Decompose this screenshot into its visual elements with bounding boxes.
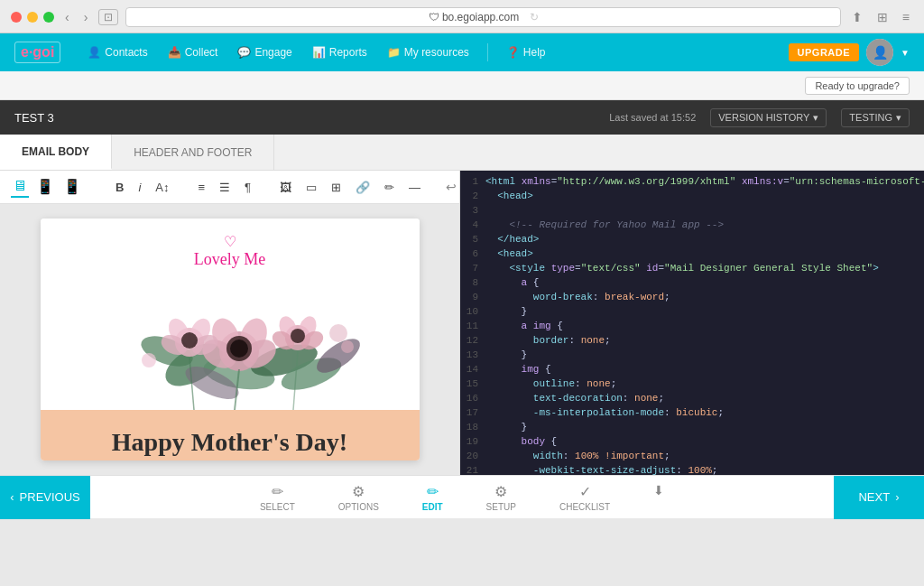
download-icon: ⬇: [653, 483, 664, 498]
next-button[interactable]: NEXT ›: [834, 476, 924, 519]
code-line: 16 text-decoration: none;: [460, 391, 924, 405]
divider-button[interactable]: —: [405, 179, 424, 196]
left-panel: 🖥 📱 📱 B i A↕ ≡ ☰ ¶ 🖼 ▭ ⊞ 🔗 ✏ — ↩ ↪ ⋮: [0, 171, 460, 475]
font-size-button[interactable]: A↕: [152, 179, 172, 196]
undo-button[interactable]: ↩: [446, 180, 457, 194]
my-resources-icon: 📁: [387, 46, 401, 59]
svg-point-26: [291, 329, 305, 343]
svg-point-14: [230, 340, 248, 358]
tablet-icon[interactable]: 📱: [34, 176, 56, 198]
testing-button[interactable]: TESTING ▾: [841, 108, 910, 127]
mothers-day-heading: Happy Mother's Day!: [62, 428, 398, 457]
minimize-button[interactable]: [27, 12, 38, 23]
code-line: 9 word-break: break-word;: [460, 290, 924, 304]
setup-icon: ⚙: [494, 483, 507, 500]
peach-content-section: Happy Mother's Day! Take 20% off everyth…: [41, 410, 420, 460]
bottom-toolbar: ‹ PREVIOUS ✏ SELECT ⚙ OPTIONS ✏ EDIT ⚙ S…: [0, 475, 924, 518]
tab-email-body[interactable]: EMAIL BODY: [0, 135, 112, 170]
nav-item-my-resources[interactable]: 📁 My resources: [378, 42, 478, 62]
bottom-tools: ✏ SELECT ⚙ OPTIONS ✏ EDIT ⚙ SETUP ✓ CHEC…: [90, 478, 834, 517]
code-line: 20 width: 100% !important;: [460, 449, 924, 463]
nav-item-help[interactable]: ❓ Help: [497, 42, 555, 62]
prev-chevron-icon: ‹: [10, 490, 14, 504]
checklist-icon: ✓: [579, 483, 591, 500]
floral-svg: [59, 284, 402, 410]
refresh-icon[interactable]: ↻: [530, 11, 539, 23]
maximize-button[interactable]: [43, 12, 54, 23]
italic-button[interactable]: i: [134, 179, 144, 196]
table-button[interactable]: ⊞: [328, 179, 345, 196]
edit-tool-button[interactable]: ✏ EDIT: [401, 478, 465, 517]
ready-to-upgrade-button[interactable]: Ready to upgrade?: [805, 77, 910, 95]
code-line: 2 <head>: [460, 189, 924, 203]
testing-label: TESTING: [849, 112, 892, 123]
svg-point-28: [341, 340, 354, 353]
image-button[interactable]: 🖼: [276, 179, 295, 196]
desktop-icon[interactable]: 🖥: [11, 176, 29, 198]
browser-menu-button[interactable]: ≡: [899, 10, 913, 24]
download-tool-button[interactable]: ⬇: [632, 478, 686, 517]
back-button[interactable]: ‹: [61, 10, 73, 24]
nav-item-engage[interactable]: 💬 Engage: [228, 42, 300, 62]
code-line: 12 border: none;: [460, 333, 924, 348]
paragraph-button[interactable]: ¶: [241, 179, 254, 196]
select-tool-button[interactable]: ✏ SELECT: [238, 478, 317, 517]
align-center-button[interactable]: ☰: [216, 179, 234, 196]
code-line: 3: [460, 203, 924, 218]
code-line: 7 <style type="text/css" id="Mail Design…: [460, 261, 924, 275]
window-button[interactable]: ⊡: [98, 9, 118, 25]
link-button[interactable]: 🔗: [352, 179, 374, 196]
select-icon: ✏: [272, 483, 283, 500]
close-button[interactable]: [11, 12, 22, 23]
help-icon: ❓: [506, 46, 520, 59]
user-dropdown-icon[interactable]: ▼: [901, 48, 910, 58]
tab-button[interactable]: ⊞: [873, 10, 892, 24]
code-line: 5 </head>: [460, 232, 924, 246]
logo-text: e·goi: [21, 44, 54, 60]
upgrade-button[interactable]: UPGRADE: [789, 43, 860, 61]
video-button[interactable]: ▭: [302, 179, 320, 196]
share-button[interactable]: ⬆: [848, 10, 866, 24]
svg-point-20: [181, 332, 198, 349]
code-line: 11 a img {: [460, 319, 924, 333]
browser-chrome: ‹ › ⊡ 🛡 bo.egoiapp.com ↻ ⬆ ⊞ ≡: [0, 0, 924, 33]
code-line: 18 }: [460, 420, 924, 434]
options-tool-button[interactable]: ⚙ OPTIONS: [317, 478, 401, 517]
testing-chevron: ▾: [896, 112, 901, 124]
code-line: 14 img {: [460, 362, 924, 377]
version-history-button[interactable]: VERSION HISTORY ▾: [710, 108, 827, 127]
forward-button[interactable]: ›: [80, 10, 92, 24]
previous-button[interactable]: ‹ PREVIOUS: [0, 476, 90, 519]
checklist-tool-button[interactable]: ✓ CHECKLIST: [538, 478, 632, 517]
nav-separator: [487, 43, 488, 61]
tab-header-footer[interactable]: HEADER AND FOOTER: [112, 135, 274, 170]
code-line: 10 }: [460, 304, 924, 319]
address-bar[interactable]: 🛡 bo.egoiapp.com ↻: [125, 7, 840, 27]
app-logo[interactable]: e·goi: [14, 42, 60, 63]
device-icons: 🖥 📱 📱: [11, 176, 83, 198]
nav-item-contacts[interactable]: 👤 Contacts: [79, 42, 156, 62]
next-chevron-icon: ›: [895, 490, 899, 504]
mobile-icon[interactable]: 📱: [61, 176, 83, 198]
align-left-button[interactable]: ≡: [194, 179, 208, 196]
code-line: 6 <head>: [460, 246, 924, 261]
email-preview: ♡ Lovely Me: [41, 219, 420, 460]
app-navbar: e·goi 👤 Contacts 📥 Collect 💬 Engage 📊 Re…: [0, 33, 924, 71]
reports-icon: 📊: [312, 46, 326, 59]
nav-item-reports[interactable]: 📊 Reports: [303, 42, 376, 62]
code-editor-content[interactable]: 1<html xmlns="http://www.w3.org/1999/xht…: [460, 171, 924, 475]
nav-item-collect[interactable]: 📥 Collect: [159, 42, 227, 62]
editor-toolbar: 🖥 📱 📱 B i A↕ ≡ ☰ ¶ 🖼 ▭ ⊞ 🔗 ✏ — ↩ ↪ ⋮: [0, 171, 459, 204]
bold-button[interactable]: B: [112, 179, 127, 196]
user-avatar[interactable]: 👤: [866, 39, 893, 66]
secondary-bar: Ready to upgrade?: [0, 71, 924, 100]
editor-title-bar: TEST 3 Last saved at 15:52 VERSION HISTO…: [0, 100, 924, 135]
code-line: 13 }: [460, 348, 924, 362]
draw-button[interactable]: ✏: [381, 179, 398, 196]
test-name-label: TEST 3: [14, 111, 609, 125]
last-saved-text: Last saved at 15:52: [609, 112, 696, 123]
engage-icon: 💬: [237, 46, 251, 59]
code-line: 19 body {: [460, 434, 924, 449]
setup-tool-button[interactable]: ⚙ SETUP: [465, 478, 538, 517]
editor-tabs: EMAIL BODY HEADER AND FOOTER: [0, 135, 924, 171]
